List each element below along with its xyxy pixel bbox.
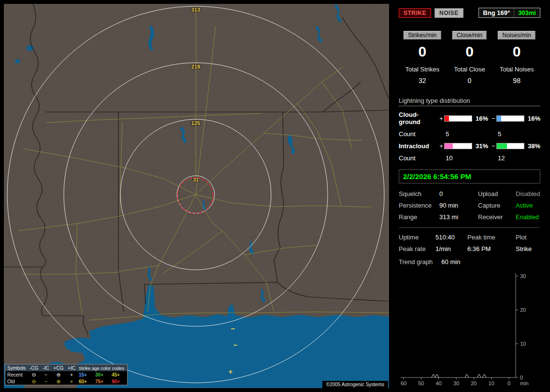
strikes-per-min-value: 0 <box>399 43 446 60</box>
trend-y-tick-label: 10 <box>520 341 526 347</box>
trend-y-tick-label: 30 <box>520 273 526 279</box>
distance-value: 303mi <box>514 8 540 17</box>
trend-window-value: 60 min <box>441 258 460 266</box>
age-badge: 60+ <box>78 379 94 384</box>
peak-rate-label: Peak rate <box>399 245 435 252</box>
squelch-value: 0 <box>439 190 478 197</box>
map-svg: 313 219 125 31 −−+ <box>4 4 389 388</box>
squelch-label: Squelch <box>399 190 439 197</box>
age-badge: 90+ <box>111 379 127 384</box>
neg-ic-symbol-icon: − <box>40 379 52 384</box>
range-value: 313 mi <box>439 213 478 221</box>
close-per-min-chip: Close/min <box>452 31 487 40</box>
upload-status: Disabled <box>516 190 540 197</box>
legend-col-pos-cg: +CG <box>52 365 65 371</box>
total-close-label: Total Close <box>446 66 493 73</box>
cg-minus-count: 5 <box>496 130 525 138</box>
map-panel: 313 219 125 31 −−+ Symbols -CG -IC +CG +… <box>4 4 389 388</box>
strike-symbol: − <box>233 341 238 349</box>
cg-plus-bar <box>444 115 472 122</box>
plot-value: Strike <box>516 245 540 252</box>
strikes-counter: Strikes/min 0 Total Strikes 32 <box>399 30 446 84</box>
peak-time-label: Peak time <box>467 234 516 241</box>
range-ring-label-313: 313 <box>191 7 200 13</box>
legend-row-label: Recent <box>5 372 28 378</box>
trend-spike <box>435 374 439 378</box>
upload-label: Upload <box>478 190 516 197</box>
age-badge: 75+ <box>94 379 111 384</box>
trend-x-unit-label: min <box>520 380 529 386</box>
ic-plus-bar <box>444 143 472 149</box>
peak-time-value: 6:36 PM <box>467 245 516 252</box>
total-strikes-label: Total Strikes <box>399 66 446 73</box>
trend-spike <box>465 374 469 378</box>
trend-x-tick-label: 20 <box>471 380 477 386</box>
trend-spike <box>482 374 486 378</box>
noises-per-min-chip: Noises/min <box>498 31 535 40</box>
stormvue-lightning-app: 313 219 125 31 −−+ Symbols -CG -IC +CG +… <box>0 0 550 392</box>
bearing-distance-box: Bng 169° 303mi <box>478 8 540 18</box>
age-badge: 15+ <box>78 372 94 378</box>
ic-minus-count: 12 <box>496 154 525 162</box>
strike-symbol: − <box>231 324 235 333</box>
copyright-text: ©2005 Astrogenic Systems <box>322 381 388 388</box>
capture-status: Active <box>516 202 540 209</box>
trend-spike <box>477 374 481 378</box>
capture-label: Capture <box>478 202 516 209</box>
range-ring-label-219: 219 <box>191 64 200 70</box>
strikes-per-min-chip: Strikes/min <box>404 31 441 40</box>
persistence-label: Persistence <box>399 202 439 209</box>
trend-graph-label: Trend graph <box>399 258 433 266</box>
total-noises-label: Total Noises <box>493 66 540 73</box>
legend-symbols-header: Symbols <box>5 365 28 371</box>
trend-x-tick-label: 30 <box>453 380 459 386</box>
bearing-value: Bng 169° <box>479 8 514 17</box>
trend-x-tick-label: 50 <box>418 380 424 386</box>
cg-plus-count: 5 <box>444 130 473 138</box>
receiver-status: Enabled <box>516 213 540 221</box>
trend-x-tick-label: 40 <box>436 380 442 386</box>
plus-sign: + <box>438 115 444 122</box>
trend-x-tick-label: 0 <box>507 380 510 386</box>
trend-spike <box>432 374 435 378</box>
noise-indicator-button[interactable]: NOISE <box>434 8 463 18</box>
cg-plus-bar-fill <box>445 116 449 121</box>
noises-per-min-value: 0 <box>493 43 540 60</box>
intracloud-row: Intracloud + 31% − 38% <box>399 142 540 150</box>
plot-label: Plot <box>516 234 540 241</box>
intracloud-label: Intracloud <box>399 142 438 150</box>
cg-minus-bar-fill <box>497 116 501 121</box>
datetime-box: 2/2/2026 6:54:56 PM <box>399 169 540 183</box>
ic-minus-bar-fill <box>497 143 507 149</box>
legend-col-neg-cg: -CG <box>28 365 40 371</box>
trend-graph-header: Trend graph 60 min <box>399 258 540 266</box>
pos-ic-symbol-icon: + <box>65 379 78 384</box>
strike-symbol: + <box>229 367 233 376</box>
legend-ages-recent: 15+ 30+ 45+ <box>78 372 127 378</box>
minus-sign: − <box>491 142 496 150</box>
trend-x-tick-label: 60 <box>401 380 406 386</box>
legend-row-old: Old ⊖ − ⊕ + 60+ 75+ 90+ <box>5 378 127 385</box>
legend-header: Symbols -CG -IC +CG +IC Strike age color… <box>5 364 127 371</box>
plus-sign: + <box>438 142 444 150</box>
pos-cg-symbol-icon: ⊕ <box>52 372 65 378</box>
strike-indicator-button[interactable]: STRIKE <box>399 8 431 18</box>
legend-row-label: Old <box>5 379 28 384</box>
count-label: Count <box>399 154 438 162</box>
strike-legend: Symbols -CG -IC +CG +IC Strike age color… <box>5 364 128 385</box>
trend-y-tick-label: 0 <box>520 375 523 380</box>
range-label: Range <box>399 213 439 221</box>
intracloud-count-row: Count 10 12 <box>399 154 540 162</box>
total-noises-value: 98 <box>493 77 540 84</box>
persistence-value: 90 min <box>439 202 478 209</box>
lightning-type-distribution: Lightning type distribution Cloud-ground… <box>399 97 540 162</box>
receiver-label: Receiver <box>478 213 516 221</box>
neg-cg-symbol-icon: ⊖ <box>28 372 40 378</box>
session-stats: Uptime 510:40 Peak time Plot Peak rate 1… <box>399 234 540 252</box>
total-strikes-value: 32 <box>399 77 446 84</box>
cg-minus-bar <box>496 115 524 122</box>
noises-counter: Noises/min 0 Total Noises 98 <box>493 30 540 84</box>
close-per-min-value: 0 <box>446 43 493 60</box>
top-bar: STRIKE NOISE Bng 169° 303mi <box>399 8 540 18</box>
current-datetime: 2/2/2026 6:54:56 PM <box>403 172 471 181</box>
